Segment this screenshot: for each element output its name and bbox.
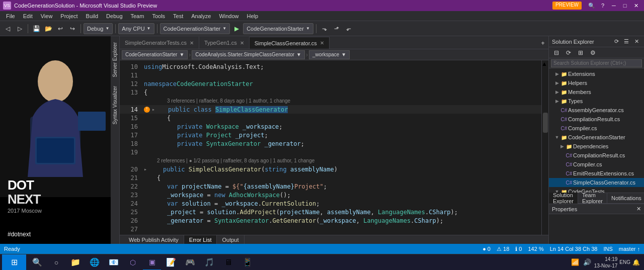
tree-simple-class-gen[interactable]: C# SimpleClassGenerator.cs bbox=[549, 178, 644, 187]
se-tab-solution[interactable]: Solution Explorer bbox=[549, 193, 578, 204]
side-tab-server[interactable]: Server Explorer bbox=[111, 38, 119, 81]
maximize-btn[interactable]: □ bbox=[620, 2, 630, 10]
scroll-up[interactable]: ▲ bbox=[541, 60, 548, 67]
tb-save[interactable]: 💾 bbox=[31, 23, 42, 34]
tab-close-tests[interactable]: ✕ bbox=[190, 40, 194, 46]
menu-analyze[interactable]: Analyze bbox=[187, 11, 215, 21]
taskbar-edge[interactable]: 🌐 bbox=[86, 254, 104, 271]
tree-types[interactable]: ▶ 📁 Types bbox=[549, 97, 644, 106]
tb-step-over[interactable]: ⬎ bbox=[319, 23, 330, 34]
tb-step-out[interactable]: ⬐ bbox=[343, 23, 354, 34]
tb-undo[interactable]: ↩ bbox=[55, 23, 66, 34]
taskbar-app6[interactable]: 🖥 bbox=[219, 254, 237, 271]
nav-member-dropdown[interactable]: CodeAnalysis.Starter.SimpleClassGenerato… bbox=[192, 50, 305, 59]
start-button[interactable]: ⊞ bbox=[2, 254, 26, 271]
bottom-tab-output[interactable]: Output bbox=[217, 235, 244, 244]
taskbar-notifications[interactable]: 🔔 bbox=[632, 259, 640, 266]
tab-simple-tests[interactable]: SimpleGeneratorTests.cs ✕ bbox=[120, 37, 199, 49]
taskbar-apps: 🔍 ○ 📁 🌐 📧 ⬡ ▣ 📝 🎮 🎵 🖥 📱 bbox=[28, 254, 570, 271]
taskbar-vs-pinned[interactable]: ⬡ bbox=[124, 254, 142, 271]
tb-open[interactable]: 📂 bbox=[43, 23, 54, 34]
tree-label-tests: CodeGenTests bbox=[568, 189, 642, 193]
editor-scrollbar[interactable]: ▲ bbox=[541, 60, 548, 235]
close-btn[interactable]: ✕ bbox=[631, 2, 641, 10]
se-collapse-btn[interactable]: ⊟ bbox=[551, 47, 562, 58]
se-prop-btn[interactable]: ☰ bbox=[622, 38, 631, 46]
taskbar-mail[interactable]: 📧 bbox=[105, 254, 123, 271]
tree-codegen-starter[interactable]: ▼ 📁 CodeGenerationStarter bbox=[549, 133, 644, 142]
bottom-tab-publish[interactable]: Web Publish Activity bbox=[124, 235, 184, 244]
menu-debug[interactable]: Debug bbox=[102, 11, 126, 21]
tree-compilation2[interactable]: C# CompilationResult.cs bbox=[549, 151, 644, 160]
tb-back[interactable]: ◁ bbox=[2, 23, 13, 34]
tb-forward[interactable]: ▷ bbox=[14, 23, 25, 34]
expand-20[interactable]: ▸ bbox=[144, 166, 147, 172]
taskbar-app3[interactable]: 📝 bbox=[162, 254, 180, 271]
taskbar-search[interactable]: 🔍 bbox=[28, 254, 46, 271]
tree-compiler[interactable]: C# Compiler.cs bbox=[549, 124, 644, 133]
menu-view[interactable]: View bbox=[37, 11, 57, 21]
se-sync-btn[interactable]: ⟳ bbox=[612, 38, 621, 46]
nav-field-dropdown[interactable]: _workspace ▼ bbox=[309, 50, 350, 59]
menu-tools[interactable]: Tools bbox=[148, 11, 169, 21]
menu-file[interactable]: File bbox=[2, 11, 19, 21]
menu-help[interactable]: Help bbox=[243, 11, 263, 21]
title-right: PREVIEW 🔍 ? ─ □ ✕ bbox=[552, 2, 641, 10]
nav-class-dropdown[interactable]: CodeGenerationStarter ▼ bbox=[122, 50, 188, 59]
tree-assembly-gen[interactable]: C# AssemblyGenerator.cs bbox=[549, 106, 644, 115]
taskbar-app7[interactable]: 📱 bbox=[238, 254, 257, 271]
status-warnings[interactable]: ⚠ 18 bbox=[497, 246, 509, 252]
tab-typegen[interactable]: TypeGen1.cs ✕ bbox=[199, 37, 250, 49]
status-git[interactable]: master ↑ bbox=[619, 246, 640, 252]
menu-build[interactable]: Build bbox=[82, 11, 102, 21]
status-messages[interactable]: ℹ 0 bbox=[515, 246, 522, 252]
bottom-tab-errors[interactable]: Error List bbox=[184, 235, 217, 244]
menu-project[interactable]: Project bbox=[56, 11, 82, 21]
debug-mode-dropdown[interactable]: Debug ▼ bbox=[84, 23, 113, 34]
tab-close-simple[interactable]: ✕ bbox=[320, 40, 324, 46]
taskbar-cortana[interactable]: ○ bbox=[47, 254, 65, 271]
status-errors[interactable]: ● 0 bbox=[482, 246, 491, 252]
taskbar-app4[interactable]: 🎮 bbox=[181, 254, 199, 271]
tree-emit-result[interactable]: C# EmitResultExtensions.cs bbox=[549, 169, 644, 178]
tree-dependencies[interactable]: ▶ 📁 Dependencies bbox=[549, 142, 644, 151]
se-filter-btn[interactable]: ⊞ bbox=[575, 47, 586, 58]
code-editor[interactable]: 10 11 12 13 14 15 16 17 18 19 20 21 22 2… bbox=[120, 60, 548, 235]
se-refresh-btn[interactable]: ⟳ bbox=[563, 47, 574, 58]
platform-dropdown[interactable]: Any CPU ▼ bbox=[118, 23, 154, 34]
menu-test[interactable]: Test bbox=[169, 11, 187, 21]
code-content[interactable]: using Microsoft.CodeAnalysis.Text; names… bbox=[142, 60, 541, 235]
tree-extensions[interactable]: ▶ 📁 Extensions bbox=[549, 69, 644, 78]
tree-compilation-result[interactable]: C# CompilationResult.cs bbox=[549, 115, 644, 124]
tree-compiler2[interactable]: C# Compiler.cs bbox=[549, 160, 644, 169]
menu-edit[interactable]: Edit bbox=[19, 11, 37, 21]
se-tab-team[interactable]: Team Explorer bbox=[578, 193, 607, 204]
taskbar-file-explorer[interactable]: 📁 bbox=[66, 254, 85, 271]
se-settings-btn[interactable]: ⚙ bbox=[587, 47, 598, 58]
menu-team[interactable]: Team bbox=[127, 11, 148, 21]
menu-window[interactable]: Window bbox=[215, 11, 243, 21]
tab-new-btn[interactable]: + bbox=[537, 38, 548, 49]
run-target-dropdown[interactable]: CodeGenerationStarter ▼ bbox=[243, 23, 313, 34]
taskbar-app5[interactable]: 🎵 bbox=[200, 254, 218, 271]
scroll-thumb[interactable] bbox=[543, 113, 548, 133]
tb-run[interactable]: ▶ bbox=[231, 23, 242, 34]
tab-close-typegen[interactable]: ✕ bbox=[240, 40, 244, 46]
toolbar: ◁ ▷ 💾 📂 ↩ ↪ Debug ▼ Any CPU ▼ CodeGenera… bbox=[0, 21, 644, 36]
side-tab-syntax[interactable]: Syntax Visualizer bbox=[111, 82, 119, 129]
expand-14[interactable]: ▸ bbox=[152, 107, 155, 112]
search-btn[interactable]: 🔍 bbox=[587, 2, 597, 10]
se-tab-notifications[interactable]: Notifications bbox=[607, 193, 644, 204]
tab-simple-class[interactable]: SimpleClassGenerator.cs ✕ bbox=[250, 37, 330, 49]
minimize-btn[interactable]: ─ bbox=[609, 2, 619, 10]
tb-redo[interactable]: ↪ bbox=[67, 23, 78, 34]
tree-members[interactable]: ▶ 📁 Members bbox=[549, 87, 644, 97]
project-dropdown[interactable]: CodeGenerationStarter ▼ bbox=[160, 23, 230, 34]
help-btn[interactable]: ? bbox=[598, 2, 608, 10]
se-search-input[interactable] bbox=[551, 59, 642, 67]
taskbar-vs-active[interactable]: ▣ bbox=[143, 254, 161, 271]
properties-close[interactable]: ✕ bbox=[636, 206, 641, 212]
tb-step-into[interactable]: ⬏ bbox=[331, 23, 342, 34]
se-close-btn[interactable]: ✕ bbox=[632, 38, 641, 46]
tree-helpers[interactable]: ▶ 📁 Helpers bbox=[549, 78, 644, 87]
